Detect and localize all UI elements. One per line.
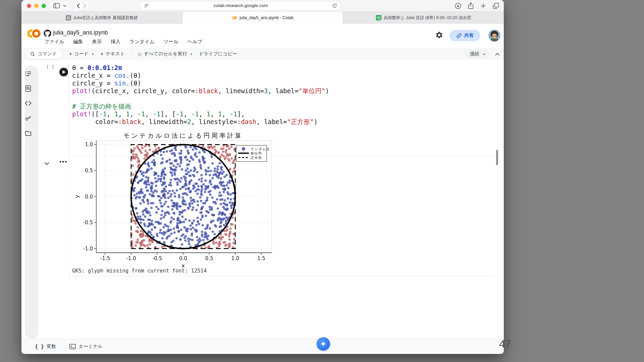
menu-tools[interactable]: ツール — [164, 39, 178, 45]
gemini-spark-button[interactable] — [317, 337, 330, 351]
menu-help[interactable]: ヘルプ — [187, 39, 203, 45]
find-replace-icon[interactable] — [24, 85, 32, 92]
colab-app: julia_day5_ans.ipynb ファイル 編集 表示 挿入 ランタイム… — [21, 24, 504, 354]
svg-text:ランダム点: ランダム点 — [251, 147, 270, 151]
svg-text:-1.5: -1.5 — [100, 255, 110, 261]
tab-title: Julia言語と高校数学 夏期講習教材 — [73, 15, 138, 21]
svg-text:-1.0: -1.0 — [83, 246, 93, 252]
search-icon — [30, 52, 35, 57]
share-icon[interactable] — [468, 2, 474, 9]
svg-text:0.0: 0.0 — [85, 194, 93, 200]
terminal-button[interactable]: ターミナル — [69, 344, 102, 350]
browser-tab-3[interactable]: 高校数学と Julia 言語 (B帯) 9:30~10:20 清水団 — [343, 12, 504, 24]
menu-bar: ファイル 編集 表示 挿入 ランタイム ツール ヘルプ — [44, 39, 202, 45]
tab-bar: G Julia言語と高校数学 夏期講習教材 julia_day5_ans.ipy… — [21, 12, 504, 24]
reload-icon[interactable] — [332, 3, 337, 8]
tab-title: julia_day5_ans.ipynb - Colab — [239, 15, 293, 20]
tab-title: 高校数学と Julia 言語 (B帯) 9:30~10:20 清水団 — [384, 15, 471, 21]
notebook-scrollbar[interactable] — [496, 150, 498, 165]
cell-bottom-border — [69, 276, 495, 276]
run-all-button[interactable]: ▷ すべてのセルを実行 ▾ — [139, 51, 192, 57]
avatar[interactable] — [488, 29, 500, 42]
output-options-icon[interactable]: ••• — [59, 159, 67, 165]
classroom-favicon — [376, 15, 381, 20]
menu-file[interactable]: ファイル — [44, 39, 64, 45]
svg-text:-0.5: -0.5 — [83, 220, 93, 226]
chevron-down-icon[interactable]: ▾ — [483, 52, 485, 56]
command-palette-button[interactable]: コマンド — [26, 49, 62, 59]
share-label: 共有 — [464, 33, 474, 39]
svg-text:-1.0: -1.0 — [126, 255, 136, 261]
safari-window: colab.research.google.com — [21, 0, 504, 354]
add-code-button[interactable]: + コード ▾ — [69, 51, 94, 57]
connect-label: 接続 — [470, 51, 479, 57]
bottom-bar: { } 変数 ターミナル — [21, 339, 504, 354]
back-button[interactable] — [77, 3, 80, 8]
new-tab-icon[interactable] — [480, 3, 486, 9]
tab-group-chevron-icon[interactable] — [63, 5, 67, 7]
titlebar-right-actions — [455, 0, 499, 11]
zoom-window-button[interactable] — [42, 4, 46, 8]
svg-text:0.5: 0.5 — [205, 255, 213, 261]
chevron-down-icon[interactable]: ▾ — [190, 52, 192, 56]
nav-controls — [74, 2, 89, 9]
sidebar-toggle-icon[interactable] — [53, 3, 60, 8]
run-all-label: すべてのセルを実行 — [144, 51, 187, 57]
svg-text:-0.5: -0.5 — [152, 255, 162, 261]
github-icon[interactable] — [44, 29, 51, 37]
output-plot: -1.5-1.0-0.50.00.51.01.51.00.50.0-0.5-1.… — [75, 131, 278, 274]
window-controls — [27, 4, 46, 8]
screen: colab.research.google.com — [0, 0, 644, 362]
url-text: colab.research.google.com — [149, 3, 332, 8]
minimize-window-button[interactable] — [34, 4, 39, 8]
page-format-icon[interactable] — [144, 4, 149, 8]
svg-text:0.0: 0.0 — [179, 255, 187, 261]
link-icon — [456, 33, 462, 39]
add-text-button[interactable]: + テキスト — [100, 51, 125, 57]
run-cell-button[interactable] — [59, 68, 68, 76]
tab-overview-icon[interactable] — [493, 3, 499, 9]
copy-to-drive-button[interactable]: ドライブにコピー — [199, 51, 237, 57]
svg-text:正方形: 正方形 — [251, 156, 262, 160]
terminal-label: ターミナル — [78, 344, 102, 350]
variables-button[interactable]: { } 変数 — [35, 344, 56, 350]
slide-page-number: 47 — [499, 338, 511, 350]
svg-text:y: y — [75, 195, 80, 198]
files-folder-icon[interactable] — [24, 130, 32, 137]
svg-text:1.0: 1.0 — [85, 141, 93, 147]
cell-left-border — [69, 64, 69, 157]
svg-text:0.5: 0.5 — [85, 168, 93, 174]
svg-text:1.0: 1.0 — [231, 255, 239, 261]
table-of-contents-icon[interactable] — [24, 70, 32, 77]
play-icon — [62, 70, 66, 74]
code-snippets-icon[interactable] — [24, 100, 32, 107]
share-button[interactable]: 共有 — [449, 30, 480, 41]
settings-gear-icon[interactable] — [435, 31, 443, 39]
menu-edit[interactable]: 編集 — [73, 39, 83, 45]
output-left-border — [69, 156, 69, 280]
svg-text:1.5: 1.5 — [257, 255, 265, 261]
connect-button[interactable]: 接続 ▾ — [465, 49, 490, 59]
svg-text:G: G — [67, 16, 70, 20]
collapse-output-chevron-icon[interactable] — [44, 162, 49, 165]
notebook-title[interactable]: julia_day5_ans.ipynb — [53, 29, 108, 36]
code-editor[interactable]: θ = 0:0.01:2πcircle_x = cos.(θ)circle_y … — [72, 64, 329, 126]
play-outline-icon: ▷ — [139, 52, 142, 57]
collapse-toolbar-icon[interactable] — [495, 53, 500, 56]
menu-view[interactable]: 表示 — [92, 39, 102, 45]
chevron-down-icon[interactable]: ▾ — [92, 52, 94, 56]
menu-runtime[interactable]: ランタイム — [129, 39, 154, 45]
menu-insert[interactable]: 挿入 — [111, 39, 120, 45]
braces-icon: { } — [35, 344, 44, 350]
forward-button[interactable] — [83, 3, 86, 8]
add-text-label: テキスト — [106, 51, 125, 57]
browser-tab-2-active[interactable]: julia_day5_ans.ipynb - Colab — [182, 12, 343, 24]
svg-text:モンテカルロ法による円周率計算: モンテカルロ法による円周率計算 — [123, 132, 243, 139]
plus-icon: + — [69, 51, 72, 57]
downloads-icon[interactable] — [455, 3, 461, 9]
secrets-key-icon[interactable] — [24, 115, 32, 122]
close-window-button[interactable] — [27, 4, 31, 8]
browser-tab-1[interactable]: G Julia言語と高校数学 夏期講習教材 — [21, 12, 182, 24]
address-bar[interactable]: colab.research.google.com — [141, 1, 340, 10]
variables-label: 変数 — [47, 344, 56, 350]
